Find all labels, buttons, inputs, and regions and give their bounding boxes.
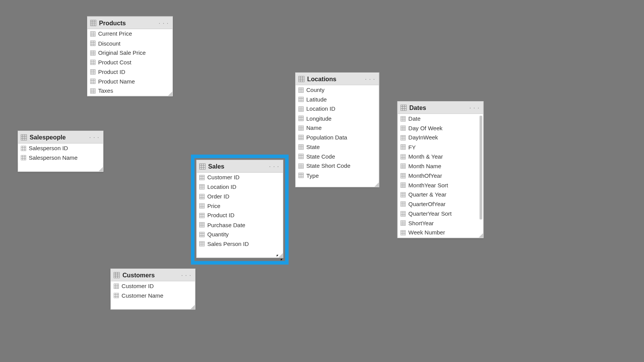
resize-grip[interactable] bbox=[191, 305, 195, 310]
column-icon bbox=[401, 221, 406, 226]
table-header-dates[interactable]: Dates · · · bbox=[398, 102, 483, 114]
field-products-4[interactable]: Product ID bbox=[87, 67, 172, 77]
svg-rect-20 bbox=[90, 60, 95, 65]
field-customers-1[interactable]: Customer Name bbox=[111, 291, 195, 300]
table-header-products[interactable]: Products · · · bbox=[87, 17, 172, 29]
field-label: Product Name bbox=[98, 78, 135, 85]
field-locations-0[interactable]: County bbox=[296, 85, 379, 95]
svg-rect-220 bbox=[401, 202, 406, 207]
field-sales-0[interactable]: Customer ID bbox=[197, 173, 283, 182]
field-dates-2[interactable]: DayInWeek bbox=[398, 133, 483, 143]
field-sales-7[interactable]: Sales Person ID bbox=[197, 239, 283, 249]
more-options-icon[interactable]: · · · bbox=[268, 163, 280, 169]
field-salespeople-0[interactable]: Salesperson ID bbox=[18, 144, 103, 153]
table-products[interactable]: Products · · · Current PriceDiscountOrig… bbox=[87, 16, 173, 96]
table-header-salespeople[interactable]: Salespeople · · · bbox=[18, 131, 103, 143]
more-options-icon[interactable]: · · · bbox=[180, 272, 192, 278]
field-list: Current PriceDiscountOriginal Sale Price… bbox=[87, 29, 172, 96]
svg-rect-60 bbox=[200, 175, 205, 180]
field-dates-10[interactable]: QuarterYear Sort bbox=[398, 209, 483, 218]
field-products-5[interactable]: Product Name bbox=[87, 77, 172, 86]
field-dates-8[interactable]: Quarter & Year bbox=[398, 190, 483, 200]
field-label: Month Name bbox=[408, 163, 441, 169]
field-products-0[interactable]: Current Price bbox=[87, 29, 172, 39]
field-locations-9[interactable]: Type bbox=[296, 171, 379, 180]
field-label: DayInWeek bbox=[408, 134, 438, 141]
field-products-1[interactable]: Discount bbox=[87, 39, 172, 48]
table-customers[interactable]: Customers · · · Customer IDCustomer Name bbox=[110, 269, 195, 310]
field-sales-1[interactable]: Location ID bbox=[197, 182, 283, 192]
table-icon bbox=[199, 163, 205, 169]
field-dates-12[interactable]: Week Number bbox=[398, 228, 483, 238]
scrollbar[interactable] bbox=[480, 116, 482, 219]
field-dates-5[interactable]: Month Name bbox=[398, 161, 483, 171]
field-locations-4[interactable]: Name bbox=[296, 123, 379, 133]
column-icon bbox=[401, 164, 406, 169]
field-dates-11[interactable]: ShortYear bbox=[398, 218, 483, 228]
field-dates-6[interactable]: MonthOfYear bbox=[398, 171, 483, 180]
field-dates-4[interactable]: Month & Year bbox=[398, 152, 483, 162]
svg-rect-195 bbox=[401, 154, 406, 159]
table-header-customers[interactable]: Customers · · · bbox=[111, 269, 195, 281]
resize-grip[interactable] bbox=[168, 91, 172, 96]
column-icon bbox=[298, 97, 304, 102]
resize-grip[interactable] bbox=[99, 167, 103, 172]
resize-grip[interactable] bbox=[479, 233, 483, 238]
table-sales[interactable]: Sales · · · Customer IDLocation IDOrder … bbox=[196, 160, 283, 258]
field-locations-1[interactable]: Latitude bbox=[296, 95, 379, 104]
field-label: Quarter & Year bbox=[408, 192, 446, 198]
field-label: Quantity bbox=[207, 231, 229, 238]
field-sales-4[interactable]: Product ID bbox=[197, 211, 283, 220]
field-sales-5[interactable]: Purchase Date bbox=[197, 220, 283, 230]
column-icon bbox=[401, 230, 406, 235]
field-label: State Short Code bbox=[306, 163, 350, 169]
field-sales-3[interactable]: Price bbox=[197, 201, 283, 211]
column-icon bbox=[90, 79, 95, 84]
more-options-icon[interactable]: · · · bbox=[89, 134, 100, 140]
field-label: Product Cost bbox=[98, 59, 131, 66]
field-label: Price bbox=[207, 203, 220, 209]
field-salespeople-1[interactable]: Salesperson Name bbox=[18, 153, 103, 163]
field-locations-6[interactable]: State bbox=[296, 142, 379, 152]
svg-rect-30 bbox=[90, 79, 95, 84]
resize-grip[interactable] bbox=[375, 182, 379, 187]
field-locations-7[interactable]: State Code bbox=[296, 152, 379, 161]
field-dates-0[interactable]: Date bbox=[398, 114, 483, 123]
field-label: Date bbox=[408, 115, 421, 122]
field-dates-1[interactable]: Day Of Week bbox=[398, 123, 483, 133]
table-header-sales[interactable]: Sales · · · bbox=[197, 161, 283, 173]
field-dates-3[interactable]: FY bbox=[398, 143, 483, 152]
field-products-3[interactable]: Product Cost bbox=[87, 57, 172, 67]
field-products-6[interactable]: Taxes bbox=[87, 86, 172, 96]
column-icon bbox=[401, 182, 406, 188]
svg-rect-110 bbox=[114, 293, 119, 298]
table-icon bbox=[113, 272, 120, 278]
table-title: Locations bbox=[307, 75, 364, 82]
table-locations[interactable]: Locations · · · CountyLatitudeLocation I… bbox=[295, 72, 379, 187]
field-locations-5[interactable]: Population Data bbox=[296, 133, 379, 142]
more-options-icon[interactable]: · · · bbox=[468, 104, 480, 111]
resize-grip[interactable] bbox=[278, 253, 283, 258]
field-products-2[interactable]: Original Sale Price bbox=[87, 48, 172, 58]
field-sales-6[interactable]: Quantity bbox=[197, 230, 283, 239]
field-locations-2[interactable]: Location ID bbox=[296, 104, 379, 114]
field-locations-3[interactable]: Longitude bbox=[296, 114, 379, 123]
field-dates-7[interactable]: MonthYear Sort bbox=[398, 180, 483, 190]
svg-rect-170 bbox=[401, 105, 406, 110]
more-options-icon[interactable]: · · · bbox=[158, 20, 170, 26]
model-view-canvas[interactable]: Products · · · Current PriceDiscountOrig… bbox=[0, 0, 644, 362]
column-icon bbox=[401, 201, 406, 207]
table-salespeople[interactable]: Salespeople · · · Salesperson IDSalesper… bbox=[18, 131, 104, 172]
more-options-icon[interactable]: · · · bbox=[364, 75, 376, 82]
field-sales-2[interactable]: Order ID bbox=[197, 192, 283, 201]
field-label: Name bbox=[306, 124, 322, 131]
field-customers-0[interactable]: Customer ID bbox=[111, 281, 195, 291]
field-label: County bbox=[306, 87, 325, 93]
field-locations-8[interactable]: State Short Code bbox=[296, 161, 379, 171]
svg-rect-175 bbox=[401, 116, 406, 121]
field-label: FY bbox=[408, 144, 416, 151]
table-dates[interactable]: Dates · · · DateDay Of WeekDayInWeekFYMo… bbox=[398, 101, 484, 238]
field-dates-9[interactable]: QuarterOfYear bbox=[398, 200, 483, 209]
svg-rect-40 bbox=[21, 134, 27, 140]
table-header-locations[interactable]: Locations · · · bbox=[296, 73, 379, 85]
